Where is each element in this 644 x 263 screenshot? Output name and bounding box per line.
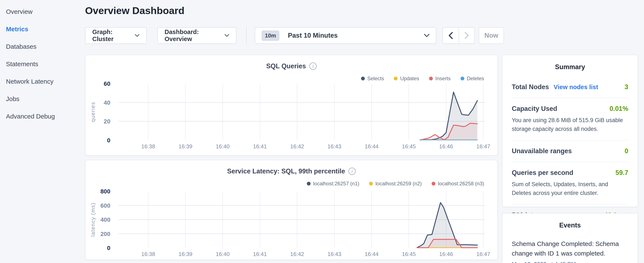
- time-range-badge: 10m: [262, 31, 279, 41]
- dashboard-dropdown-label: Dashboard: Overview: [164, 29, 220, 43]
- svg-text:16:38: 16:38: [142, 251, 155, 257]
- svg-text:16:41: 16:41: [253, 251, 267, 257]
- service-latency-chart[interactable]: 16:3816:3916:4016:4116:4216:4316:4416:45…: [86, 188, 498, 262]
- summary-row-capacity: Capacity Used 0.01% You are using 28.6 M…: [512, 98, 628, 140]
- svg-text:16:44: 16:44: [365, 143, 378, 150]
- summary-row-total-nodes: Total Nodes View nodes list 3: [512, 76, 628, 98]
- legend-item: localhost:26258 (n3): [432, 181, 484, 187]
- svg-text:16:44: 16:44: [365, 251, 378, 257]
- chevron-down-icon: [135, 34, 140, 37]
- svg-text:800: 800: [100, 188, 110, 195]
- sidebar: Overview Metrics Databases Statements Ne…: [0, 0, 84, 125]
- now-button[interactable]: Now: [479, 27, 504, 44]
- svg-text:200: 200: [100, 231, 110, 237]
- capacity-used-label: Capacity Used: [512, 105, 557, 113]
- legend-dot-icon: [369, 182, 373, 185]
- sidebar-item-advanced-debug[interactable]: Advanced Debug: [6, 108, 84, 125]
- events-panel: Events Schema Change Completed: Schema c…: [502, 213, 638, 263]
- page-title: Overview Dashboard: [85, 5, 184, 16]
- svg-text:40: 40: [104, 99, 110, 106]
- total-nodes-value: 3: [625, 83, 628, 91]
- sql-queries-card: SQL Queries i SelectsUpdatesInsertsDelet…: [85, 55, 498, 156]
- svg-text:16:42: 16:42: [290, 251, 304, 257]
- sidebar-item-metrics[interactable]: Metrics: [6, 21, 84, 38]
- time-range-label: Past 10 Minutes: [288, 32, 338, 39]
- capacity-used-description: You are using 28.6 MiB of 515.9 GiB usab…: [512, 116, 628, 133]
- sidebar-item-jobs[interactable]: Jobs: [6, 90, 84, 108]
- view-nodes-list-link[interactable]: View nodes list: [554, 84, 598, 91]
- chart-legend: localhost:26257 (n1)localhost:26259 (n2)…: [307, 181, 484, 187]
- info-icon[interactable]: i: [348, 168, 356, 175]
- unavailable-ranges-value: 0: [625, 147, 628, 155]
- legend-item: localhost:26259 (n2): [369, 181, 422, 187]
- event-list-item[interactable]: Schema Change Completed: Schema change w…: [502, 239, 638, 263]
- summary-row-unavailable-ranges: Unavailable ranges 0: [512, 140, 628, 162]
- svg-text:16:39: 16:39: [178, 143, 192, 150]
- prev-time-button[interactable]: [443, 28, 458, 43]
- svg-text:16:42: 16:42: [290, 143, 304, 150]
- svg-text:16:41: 16:41: [253, 143, 267, 150]
- legend-dot-icon: [429, 77, 433, 80]
- svg-text:16:39: 16:39: [178, 251, 192, 257]
- svg-text:0: 0: [107, 137, 110, 144]
- controls-divider: [246, 27, 247, 44]
- total-nodes-label: Total Nodes: [512, 83, 549, 91]
- svg-text:16:43: 16:43: [328, 143, 341, 150]
- legend-item: localhost:26257 (n1): [307, 181, 359, 187]
- svg-text:20: 20: [104, 118, 110, 125]
- svg-text:400: 400: [100, 216, 110, 223]
- qps-description: Sum of Selects, Updates, Inserts, and De…: [512, 180, 628, 197]
- sidebar-item-databases[interactable]: Databases: [6, 38, 84, 55]
- info-icon[interactable]: i: [309, 63, 316, 70]
- graph-dropdown-label: Graph: Cluster: [92, 29, 130, 43]
- summary-panel: Summary Total Nodes View nodes list 3 Ca…: [502, 55, 638, 207]
- svg-text:600: 600: [100, 202, 110, 209]
- chevron-down-icon: [224, 34, 229, 37]
- svg-text:queries: queries: [90, 102, 96, 122]
- sidebar-item-overview[interactable]: Overview: [6, 3, 84, 21]
- unavailable-ranges-label: Unavailable ranges: [512, 147, 572, 155]
- sidebar-item-statements[interactable]: Statements: [6, 55, 84, 73]
- summary-row-qps: Queries per second 59.7 Sum of Selects, …: [512, 162, 628, 204]
- chevron-down-icon: [424, 34, 430, 37]
- chart-title: Service Latency: SQL, 99th percentile: [227, 167, 345, 175]
- qps-value: 59.7: [616, 169, 628, 177]
- svg-text:latency (ms): latency (ms): [90, 203, 96, 237]
- legend-dot-icon: [361, 77, 365, 80]
- qps-label: Queries per second: [512, 169, 573, 177]
- event-text: Schema Change Completed: Schema change w…: [512, 239, 628, 258]
- next-time-button[interactable]: [458, 28, 474, 43]
- event-timestamp: May 13, 2020 at 4:45 PM: [512, 261, 628, 263]
- legend-dot-icon: [307, 182, 311, 185]
- svg-text:16:40: 16:40: [216, 251, 230, 257]
- svg-text:16:45: 16:45: [402, 143, 416, 150]
- svg-text:16:40: 16:40: [216, 143, 230, 150]
- svg-text:16:47: 16:47: [476, 251, 490, 257]
- legend-dot-icon: [394, 77, 398, 80]
- svg-text:0: 0: [107, 245, 110, 251]
- controls-bar: Graph: Cluster Dashboard: Overview 10m P…: [85, 27, 504, 44]
- service-latency-card: Service Latency: SQL, 99th percentile i …: [85, 160, 498, 260]
- events-title: Events: [502, 221, 638, 229]
- svg-text:60: 60: [104, 81, 110, 87]
- chart-title: SQL Queries: [266, 62, 306, 70]
- capacity-used-value: 0.01%: [610, 105, 628, 113]
- dashboard-dropdown[interactable]: Dashboard: Overview: [157, 27, 236, 44]
- svg-text:16:45: 16:45: [402, 251, 416, 257]
- sidebar-item-network-latency[interactable]: Network Latency: [6, 73, 84, 90]
- svg-text:16:46: 16:46: [439, 143, 453, 150]
- svg-text:16:46: 16:46: [439, 251, 453, 257]
- main-content: Overview Dashboard Graph: Cluster Dashbo…: [85, 0, 498, 263]
- time-step-buttons: [442, 27, 475, 44]
- time-range-dropdown[interactable]: 10m Past 10 Minutes: [255, 27, 436, 44]
- graph-dropdown[interactable]: Graph: Cluster: [85, 27, 147, 44]
- svg-text:16:38: 16:38: [142, 143, 155, 150]
- legend-dot-icon: [432, 182, 436, 185]
- sql-queries-chart[interactable]: 16:3816:3916:4016:4116:4216:4316:4416:45…: [86, 81, 498, 154]
- svg-text:16:43: 16:43: [328, 251, 341, 257]
- svg-text:16:47: 16:47: [476, 143, 490, 150]
- summary-title: Summary: [502, 63, 638, 71]
- legend-dot-icon: [460, 77, 464, 80]
